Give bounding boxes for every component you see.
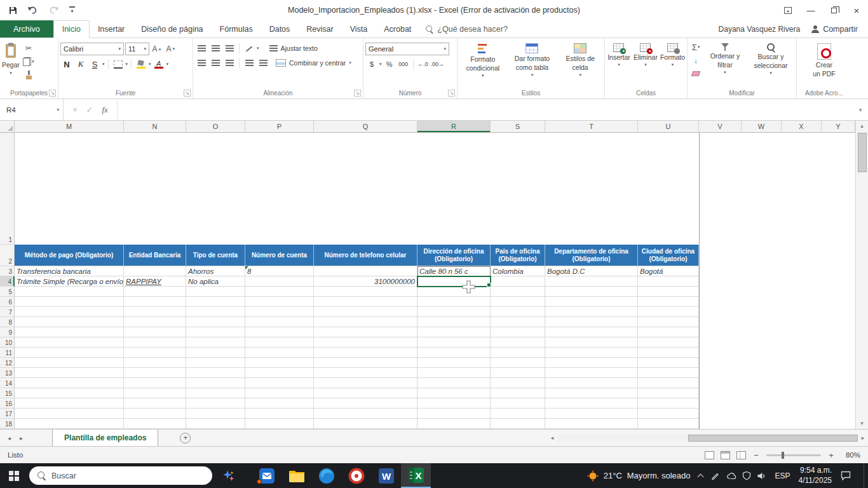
clear-button[interactable] xyxy=(689,68,702,79)
cell-Q13[interactable] xyxy=(314,368,417,378)
taskbar-app-red[interactable] xyxy=(341,463,371,488)
tell-me-search[interactable]: ¿Qué desea hacer? xyxy=(426,20,508,37)
row-header-18[interactable]: 18 xyxy=(0,419,15,429)
taskbar-app-mail[interactable] xyxy=(252,463,281,488)
restore-button[interactable] xyxy=(822,0,845,20)
align-top-button[interactable] xyxy=(195,43,208,54)
thousands-format-button[interactable]: 000 xyxy=(397,58,410,70)
cell-U3[interactable]: Bogotá xyxy=(638,266,699,276)
cell-U15[interactable] xyxy=(638,388,699,398)
cell-U8[interactable] xyxy=(638,317,699,327)
alignment-dialog-launcher[interactable]: ↘ xyxy=(354,90,361,97)
column-header-Y[interactable]: Y xyxy=(822,121,855,132)
cell-Q9[interactable] xyxy=(314,327,417,337)
taskbar-weather[interactable]: 21°C Mayorm. soleado xyxy=(587,470,691,482)
column-header-W[interactable]: W xyxy=(742,121,782,132)
cell-R11[interactable] xyxy=(417,348,491,358)
cell-Q18[interactable] xyxy=(314,419,417,429)
cell-Q11[interactable] xyxy=(314,348,417,358)
cell-R7[interactable] xyxy=(417,307,491,317)
cell-S10[interactable] xyxy=(491,337,545,348)
column-header-S[interactable]: S xyxy=(491,121,545,132)
cell-O6[interactable] xyxy=(186,297,245,307)
cell-S18[interactable] xyxy=(491,419,545,429)
cell-N11[interactable] xyxy=(124,348,186,358)
cell-M4[interactable]: Trámite Simple (Recarga o envío) xyxy=(15,276,124,287)
column-header-N[interactable]: N xyxy=(124,121,186,132)
column-header-U[interactable]: U xyxy=(638,121,699,132)
row-header-16[interactable]: 16 xyxy=(0,398,15,409)
cell-O9[interactable] xyxy=(186,327,245,337)
vertical-scroll-thumb[interactable] xyxy=(858,133,867,172)
cell-R8[interactable] xyxy=(417,317,491,327)
decrease-indent-button[interactable] xyxy=(243,57,255,69)
ribbon-display-options-button[interactable]: ▴ xyxy=(776,0,799,20)
number-dialog-launcher[interactable]: ↘ xyxy=(448,90,455,97)
cell-Q16[interactable] xyxy=(314,398,417,409)
cell-U13[interactable] xyxy=(638,368,699,378)
zoom-in-button[interactable]: + xyxy=(827,451,835,460)
underline-button[interactable]: S xyxy=(88,58,101,70)
merge-center-button[interactable]: Combinar y centrar▾ xyxy=(273,58,354,67)
cell-S17[interactable] xyxy=(491,409,545,419)
increase-decimal-button[interactable]: ←.0 xyxy=(417,58,430,70)
cloud-tray-icon[interactable] xyxy=(726,471,736,480)
cell-T5[interactable] xyxy=(545,287,638,297)
tab-archivo[interactable]: Archivo xyxy=(0,20,53,37)
cell-T4[interactable] xyxy=(545,276,638,287)
page-layout-view-button[interactable] xyxy=(721,451,730,459)
cell-O16[interactable] xyxy=(186,398,245,409)
cell-O4[interactable]: No aplica xyxy=(186,276,245,287)
cell-Q6[interactable] xyxy=(314,297,417,307)
copy-button[interactable]: ▾ xyxy=(22,56,35,67)
taskbar-app-word[interactable]: W xyxy=(371,463,401,488)
cell-P6[interactable] xyxy=(245,297,314,307)
taskbar-search[interactable]: Buscar xyxy=(29,466,212,485)
cell-O17[interactable] xyxy=(186,409,245,419)
cell-P7[interactable] xyxy=(245,307,314,317)
font-name-select[interactable]: Calibri▾ xyxy=(60,43,124,55)
cell-T16[interactable] xyxy=(545,398,638,409)
increase-indent-button[interactable] xyxy=(257,57,269,69)
cell-S11[interactable] xyxy=(491,348,545,358)
row-header-6[interactable]: 6 xyxy=(0,297,15,307)
cell-U18[interactable] xyxy=(638,419,699,429)
cell-N2[interactable]: Entidad Bancaria xyxy=(124,245,186,266)
cell-S4[interactable] xyxy=(491,276,545,287)
cell-T15[interactable] xyxy=(545,388,638,398)
cell-O18[interactable] xyxy=(186,419,245,429)
row-header-11[interactable]: 11 xyxy=(0,348,15,358)
action-center-icon[interactable] xyxy=(840,470,851,481)
tab-vista[interactable]: Vista xyxy=(342,20,376,37)
cell-S8[interactable] xyxy=(491,317,545,327)
cell-S6[interactable] xyxy=(491,297,545,307)
close-button[interactable]: × xyxy=(845,0,868,20)
cell-P11[interactable] xyxy=(245,348,314,358)
cell-R10[interactable] xyxy=(417,337,491,348)
row-header-14[interactable]: 14 xyxy=(0,378,15,388)
cell-P17[interactable] xyxy=(245,409,314,419)
customize-qat-button[interactable]: ▾ xyxy=(69,6,75,14)
cell-O10[interactable] xyxy=(186,337,245,348)
cell-U9[interactable] xyxy=(638,327,699,337)
cell-U4[interactable] xyxy=(638,276,699,287)
cell-N8[interactable] xyxy=(124,317,186,327)
previous-sheet-arrow[interactable]: ◂ xyxy=(8,435,11,442)
cell-P14[interactable] xyxy=(245,378,314,388)
select-all-corner[interactable] xyxy=(0,121,15,132)
cell-N16[interactable] xyxy=(124,398,186,409)
cell-T18[interactable] xyxy=(545,419,638,429)
cell-U7[interactable] xyxy=(638,307,699,317)
scroll-left-arrow[interactable]: ◂ xyxy=(547,435,557,441)
row-header-3[interactable]: 3 xyxy=(0,266,15,276)
bold-button[interactable]: N xyxy=(60,58,73,70)
column-header-O[interactable]: O xyxy=(186,121,245,132)
cell-U11[interactable] xyxy=(638,348,699,358)
cell-S9[interactable] xyxy=(491,327,545,337)
align-left-button[interactable] xyxy=(195,57,208,69)
cell-M13[interactable] xyxy=(15,368,124,378)
cell-T12[interactable] xyxy=(545,358,638,368)
minimize-button[interactable]: — xyxy=(799,0,822,20)
create-pdf-button[interactable]: Crearun PDF xyxy=(805,40,843,78)
column-header-Q[interactable]: Q xyxy=(314,121,417,132)
